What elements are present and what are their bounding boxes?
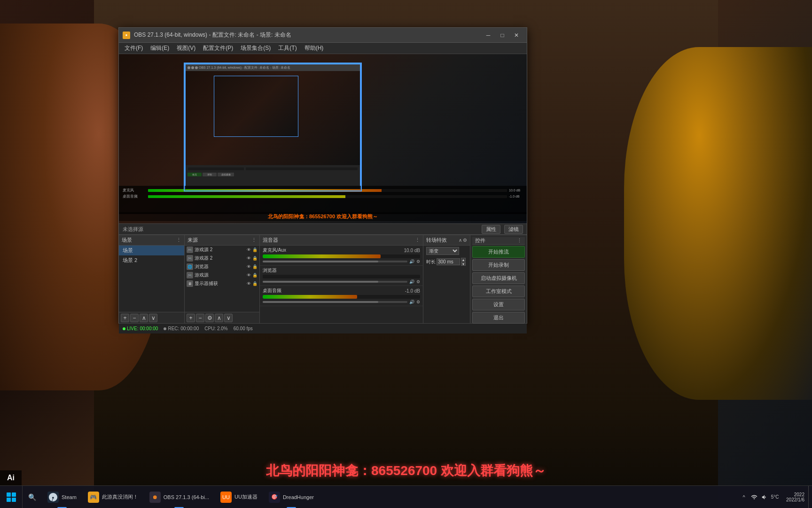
source-lock-5[interactable]: 🔒 [252, 281, 258, 286]
mixer-vol-bar-2[interactable] [263, 281, 407, 283]
tray-network[interactable] [750, 493, 758, 501]
virtual-camera-button[interactable]: 启动虚拟摄像机 [472, 272, 525, 284]
obs-window-icon: ● [123, 32, 130, 39]
mixer-track-2-bar [263, 275, 420, 278]
nested-tb-dot-2 [191, 66, 194, 69]
studio-mode-button[interactable]: 工作室模式 [472, 286, 525, 297]
mixer-settings-2[interactable]: ⚙ [416, 279, 420, 284]
transition-type-select[interactable]: 渐变 [426, 247, 459, 255]
mixer-track-2-name: 浏览器 [263, 267, 277, 274]
source-settings-button[interactable]: ⚙ [205, 314, 214, 322]
start-recording-button[interactable]: 开始录制 [472, 259, 525, 271]
source-remove-button[interactable]: − [196, 314, 204, 322]
scene-down-button[interactable]: ∨ [149, 314, 157, 322]
nested-preview-innermost [214, 76, 298, 137]
nested-preview-area [186, 71, 360, 165]
menu-profile[interactable]: 配置文件(P) [199, 43, 237, 53]
scene-item-2[interactable]: 场景 2 [119, 255, 184, 265]
duration-decrement[interactable]: ▼ [461, 262, 466, 266]
close-button[interactable]: ✕ [510, 30, 523, 40]
source-eye-4[interactable]: 👁 [247, 273, 251, 278]
mixer-mute-2[interactable]: 🔊 [409, 279, 414, 284]
minimize-button[interactable]: ─ [482, 30, 495, 40]
source-item-5[interactable]: 🖥 显示器捕获 👁 🔒 [185, 279, 259, 288]
scene-item-1[interactable]: 场景 [119, 246, 184, 255]
taskbar-item-steam[interactable]: Steam [42, 486, 82, 508]
duration-increment[interactable]: ▲ [461, 258, 466, 262]
source-icon-4: 🎮 [187, 272, 193, 278]
mixer-panel-header: 混音器 ⋮ [260, 235, 423, 246]
source-up-button[interactable]: ∧ [215, 314, 223, 322]
transition-duration-label: 时长 [426, 259, 436, 265]
tray-volume[interactable] [761, 493, 768, 501]
source-eye-3[interactable]: 👁 [247, 264, 251, 269]
mixer-vol-bar-1[interactable] [263, 261, 407, 262]
start-icon [7, 492, 16, 502]
mixer-mute-1[interactable]: 🔊 [409, 259, 414, 264]
nested-tb-dot-1 [187, 66, 190, 69]
dread-app-icon: 🎯 [269, 492, 280, 503]
source-eye-1[interactable]: 👁 [247, 247, 251, 252]
transitions-settings-icon[interactable]: ⚙ [463, 238, 467, 243]
start-button[interactable] [0, 486, 23, 508]
source-eye-2[interactable]: 👁 [247, 256, 251, 261]
source-label-4: 游戏源 [195, 272, 209, 278]
properties-button[interactable]: 属性 [482, 225, 500, 234]
mixer-track-2: 浏览器 🔊 ⚙ [260, 266, 423, 286]
mixer-vol-fill-1 [263, 261, 378, 262]
taskbar-item-uu[interactable]: UU UU加速器 [215, 486, 263, 508]
source-item-2[interactable]: 🎮 游戏器 2 👁 🔒 [185, 254, 259, 262]
controls-panel-icon: ⋮ [517, 238, 522, 244]
taskbar-item-obs[interactable]: ⏺ OBS 27.1.3 (64-bi... [144, 486, 215, 508]
transition-type-item: 渐变 [423, 246, 470, 256]
start-square-4 [12, 498, 16, 502]
steam-app-icon [47, 492, 59, 503]
source-panel-footer: + − ⚙ ∧ ∨ [185, 312, 259, 323]
taskbar: 🔍 Steam 🎮 此游真没消闲！ ⏺ OBS 27.1.3 (64-bi...… [0, 485, 812, 508]
source-label-2: 游戏器 2 [195, 255, 212, 262]
menu-edit[interactable]: 编辑(E) [147, 43, 173, 53]
mixer-track-3-bar [263, 295, 420, 299]
source-item-4[interactable]: 🎮 游戏源 👁 🔒 [185, 271, 259, 279]
mixer-mute-3[interactable]: 🔊 [409, 300, 414, 304]
obs-statusbar: LIVE: 00:00:00 REC: 00:00:00 CPU: 2.0% 6… [119, 323, 527, 333]
transition-duration-input[interactable] [437, 258, 460, 265]
menu-tools[interactable]: 工具(T) [274, 43, 300, 53]
mixer-vol-bar-3[interactable] [263, 301, 407, 303]
source-lock-4[interactable]: 🔒 [252, 273, 258, 278]
source-down-button[interactable]: ∨ [224, 314, 233, 322]
menu-file[interactable]: 文件(F) [121, 43, 147, 53]
scene-up-button[interactable]: ∧ [140, 314, 148, 322]
start-stream-button[interactable]: 开始推流 [472, 246, 525, 258]
taskbar-search[interactable]: 🔍 [23, 486, 42, 508]
menu-help[interactable]: 帮助(H) [301, 43, 328, 53]
uu-app-icon: UU [220, 492, 232, 503]
maximize-button[interactable]: □ [496, 30, 509, 40]
menu-view[interactable]: 视图(V) [173, 43, 199, 53]
taskbar-item-game[interactable]: 🎮 此游真没消闲！ [82, 486, 144, 508]
source-item-3[interactable]: 🌐 浏览器 👁 🔒 [185, 262, 259, 271]
mixer-panel-icon: ⋮ [415, 237, 420, 243]
source-lock-2[interactable]: 🔒 [252, 256, 258, 261]
tray-weather[interactable]: 5°C [771, 493, 779, 501]
scene-remove-button[interactable]: − [130, 314, 139, 322]
mixer-settings-3[interactable]: ⚙ [416, 300, 420, 304]
mixer-settings-1[interactable]: ⚙ [416, 259, 420, 264]
game-icon-text: 🎮 [90, 494, 97, 500]
system-clock[interactable]: 2022 2022/1/6 [782, 492, 808, 502]
show-desktop-button[interactable] [808, 486, 812, 508]
source-eye-5[interactable]: 👁 [247, 281, 251, 286]
settings-button[interactable]: 设置 [472, 299, 525, 310]
system-tray: ^ 5°C [736, 493, 782, 501]
mixer-track-1-name: 麦克风/Aux [263, 247, 286, 254]
taskbar-item-dread[interactable]: 🎯 DreadHunger [263, 486, 320, 508]
tray-arrow[interactable]: ^ [740, 493, 748, 501]
filters-button[interactable]: 滤镜 [504, 225, 523, 234]
scene-add-button[interactable]: + [121, 314, 129, 322]
source-lock-3[interactable]: 🔒 [252, 264, 258, 269]
menu-scene-collection[interactable]: 场景集合(S) [237, 43, 274, 53]
exit-button[interactable]: 退出 [472, 312, 525, 324]
source-add-button[interactable]: + [187, 314, 195, 322]
source-item-1[interactable]: 🎮 游戏源 2 👁 🔒 [185, 246, 259, 254]
source-lock-1[interactable]: 🔒 [252, 247, 258, 252]
